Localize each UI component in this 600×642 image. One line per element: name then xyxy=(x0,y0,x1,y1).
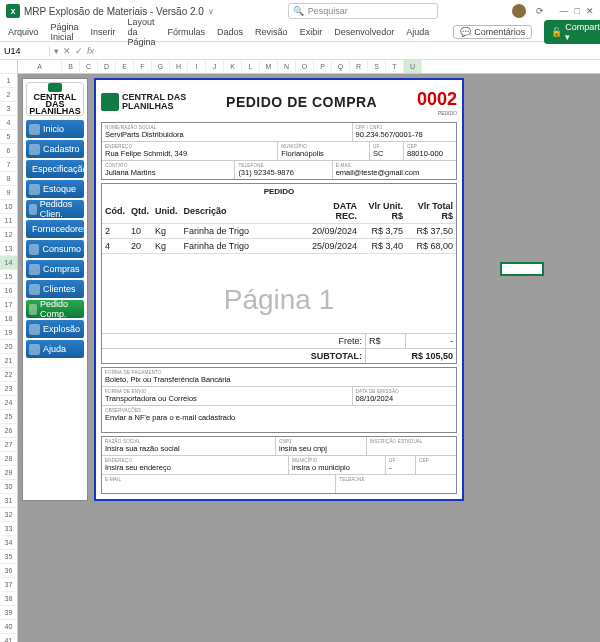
avatar[interactable] xyxy=(512,4,526,18)
col-header[interactable]: Q xyxy=(332,60,350,73)
row-header[interactable]: 14 xyxy=(0,256,17,270)
comments-button[interactable]: 💬Comentários xyxy=(453,25,532,39)
row-header[interactable]: 10 xyxy=(0,200,17,214)
sidebar-item[interactable]: Inicio xyxy=(26,120,84,138)
row-header[interactable]: 37 xyxy=(0,578,17,592)
row-header[interactable]: 1 xyxy=(0,74,17,88)
maximize-button[interactable]: □ xyxy=(575,6,580,16)
col-header[interactable]: F xyxy=(134,60,152,73)
row-header[interactable]: 8 xyxy=(0,172,17,186)
col-header[interactable]: L xyxy=(242,60,260,73)
ribbon-tab[interactable]: Revisão xyxy=(255,27,288,37)
ribbon-tab[interactable]: Ajuda xyxy=(406,27,429,37)
row-header[interactable]: 28 xyxy=(0,452,17,466)
val-pay: Boleto, Pix ou Transferência Bancária xyxy=(105,375,453,384)
row-header[interactable]: 31 xyxy=(0,494,17,508)
row-header[interactable]: 35 xyxy=(0,550,17,564)
row-header[interactable]: 27 xyxy=(0,438,17,452)
row-header[interactable]: 16 xyxy=(0,284,17,298)
sidebar-item[interactable]: Cadastro xyxy=(26,140,84,158)
sidebar-item[interactable]: Estoque xyxy=(26,180,84,198)
col-header[interactable]: A xyxy=(18,60,62,73)
sidebar-item[interactable]: Consumo xyxy=(26,240,84,258)
minimize-button[interactable]: — xyxy=(560,6,569,16)
row-header[interactable]: 32 xyxy=(0,508,17,522)
sidebar-item[interactable]: Explosão xyxy=(26,320,84,338)
sync-icon[interactable]: ⟳ xyxy=(536,6,544,16)
row-header[interactable]: 38 xyxy=(0,592,17,606)
row-header[interactable]: 25 xyxy=(0,410,17,424)
chevron-down-icon[interactable]: ∨ xyxy=(208,7,214,16)
row-header[interactable]: 20 xyxy=(0,340,17,354)
col-header[interactable]: O xyxy=(296,60,314,73)
row-header[interactable]: 19 xyxy=(0,326,17,340)
row-header[interactable]: 2 xyxy=(0,88,17,102)
col-header[interactable]: U xyxy=(404,60,422,73)
row-header[interactable]: 24 xyxy=(0,396,17,410)
row-header[interactable]: 11 xyxy=(0,214,17,228)
sidebar-item[interactable]: Ajuda xyxy=(26,340,84,358)
col-header[interactable]: J xyxy=(206,60,224,73)
row-header[interactable]: 7 xyxy=(0,158,17,172)
fx-cancel[interactable]: ✕ xyxy=(63,46,71,56)
col-header[interactable]: D xyxy=(98,60,116,73)
ribbon-tab[interactable]: Layout da Página xyxy=(128,17,156,47)
row-header[interactable]: 22 xyxy=(0,368,17,382)
sidebar-item[interactable]: Especificação xyxy=(26,160,84,178)
row-header[interactable]: 34 xyxy=(0,536,17,550)
ribbon-tab[interactable]: Fórmulas xyxy=(168,27,206,37)
selected-cell[interactable] xyxy=(500,262,544,276)
sidebar-item[interactable]: Clientes xyxy=(26,280,84,298)
row-header[interactable]: 6 xyxy=(0,144,17,158)
row-header[interactable]: 5 xyxy=(0,130,17,144)
name-box[interactable]: U14 xyxy=(0,46,50,56)
sidebar-item[interactable]: Pedido Comp. xyxy=(26,300,84,318)
row-header[interactable]: 15 xyxy=(0,270,17,284)
row-header[interactable]: 26 xyxy=(0,424,17,438)
items-header: PEDIDO xyxy=(102,184,456,199)
sidebar-item[interactable]: Pedidos Clien. xyxy=(26,200,84,218)
ribbon-tab[interactable]: Dados xyxy=(217,27,243,37)
ribbon-tab[interactable]: Exibir xyxy=(300,27,323,37)
row-header[interactable]: 23 xyxy=(0,382,17,396)
row-header[interactable]: 13 xyxy=(0,242,17,256)
col-header[interactable]: C xyxy=(80,60,98,73)
ribbon-tab[interactable]: Desenvolvedor xyxy=(334,27,394,37)
col-header[interactable]: H xyxy=(170,60,188,73)
col-header[interactable]: R xyxy=(350,60,368,73)
ribbon-tab[interactable]: Arquivo xyxy=(8,27,39,37)
row-header[interactable]: 39 xyxy=(0,606,17,620)
row-header[interactable]: 29 xyxy=(0,466,17,480)
ribbon-tab[interactable]: Página Inicial xyxy=(51,22,79,42)
col-header[interactable]: K xyxy=(224,60,242,73)
row-header[interactable]: 21 xyxy=(0,354,17,368)
sidebar-item[interactable]: Compras xyxy=(26,260,84,278)
row-header[interactable]: 33 xyxy=(0,522,17,536)
row-header[interactable]: 36 xyxy=(0,564,17,578)
col-header[interactable]: T xyxy=(386,60,404,73)
row-header[interactable]: 30 xyxy=(0,480,17,494)
col-header[interactable]: P xyxy=(314,60,332,73)
col-header[interactable]: S xyxy=(368,60,386,73)
row-header[interactable]: 4 xyxy=(0,116,17,130)
col-header[interactable]: E xyxy=(116,60,134,73)
close-button[interactable]: ✕ xyxy=(586,6,594,16)
search-input[interactable]: 🔍 Pesquisar xyxy=(288,3,438,19)
fx-confirm[interactable]: ✓ xyxy=(75,46,83,56)
sidebar-item[interactable]: Fornecedores xyxy=(26,220,84,238)
col-header[interactable]: B xyxy=(62,60,80,73)
row-header[interactable]: 40 xyxy=(0,620,17,634)
dropdown-icon[interactable]: ▾ xyxy=(54,46,59,56)
row-header[interactable]: 41 xyxy=(0,634,17,642)
row-header[interactable]: 3 xyxy=(0,102,17,116)
row-header[interactable]: 12 xyxy=(0,228,17,242)
col-header[interactable]: G xyxy=(152,60,170,73)
col-header[interactable]: M xyxy=(260,60,278,73)
ribbon-tab[interactable]: Inserir xyxy=(91,27,116,37)
share-button[interactable]: 🔓Compartilhamento ▾ xyxy=(544,20,600,44)
col-header[interactable]: I xyxy=(188,60,206,73)
row-header[interactable]: 9 xyxy=(0,186,17,200)
row-header[interactable]: 17 xyxy=(0,298,17,312)
col-header[interactable]: N xyxy=(278,60,296,73)
row-header[interactable]: 18 xyxy=(0,312,17,326)
